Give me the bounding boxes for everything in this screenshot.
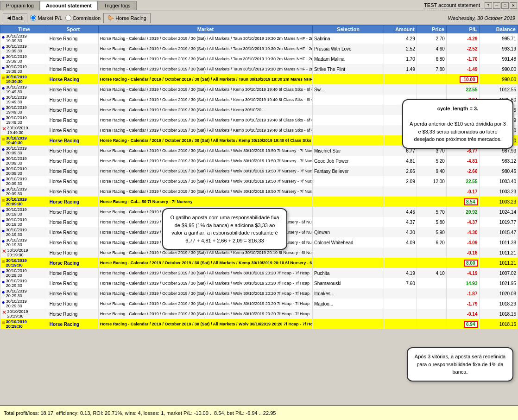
cell-amount [384, 299, 417, 309]
cell-time: ●30/10/201919:49:30 [0, 105, 48, 115]
cell-price: 4.10 [417, 268, 446, 278]
cell-amount: 2.52 [384, 44, 417, 54]
minimize-button[interactable]: ─ [493, 2, 500, 9]
cell-pl: -2.52 [446, 44, 479, 54]
table-row: ●30/10/201920:29:30Horse RacingHorse Rac… [0, 278, 518, 288]
table-row: ●30/10/201920:29:30Horse RacingHorse Rac… [0, 299, 518, 309]
cell-market: Horse Racing - Calendar / 2019 / October… [98, 319, 312, 329]
market-pl-radio[interactable]: Market P/L [30, 15, 62, 21]
market-pl-label: Market P/L [38, 15, 62, 21]
table-row: ●30/10/201920:09:30Horse RacingHorse Rac… [0, 176, 518, 186]
cell-time: ■30/10/201920:19:30 [0, 258, 48, 268]
cell-pl: -4.81 [446, 156, 479, 166]
back-arrow-icon: ◀ [7, 15, 11, 21]
cell-time: ✕30/10/201919:49:30 [0, 125, 48, 135]
help-button[interactable]: ? [485, 2, 492, 9]
table-row: ■30/10/201920:09:30Horse RacingHorse Rac… [0, 197, 518, 207]
cell-price [417, 84, 446, 95]
cell-amount: 4.45 [384, 207, 417, 217]
cell-sport: Horse Racing [48, 146, 98, 156]
cell-amount: 4.29 [384, 33, 417, 44]
cell-amount: 2.09 [384, 176, 417, 186]
cell-market: Horse Racing - Calendar / 2019 / October… [98, 258, 312, 268]
cell-market: Horse Racing - Calendar / 2019 / October… [98, 166, 312, 176]
cell-selection: Madam Malina [313, 54, 384, 64]
cell-time: ●30/10/201919:39:30 [0, 54, 48, 64]
window-controls: ? ─ □ ✕ [484, 1, 518, 10]
cell-market: Horse Racing - Calendar / 2019 / October… [98, 186, 312, 197]
tab-account-statement[interactable]: Account statement [40, 1, 98, 10]
table-row: ●30/10/201919:39:30Horse RacingHorse Rac… [0, 44, 518, 54]
cell-balance: 1015.47 [479, 227, 518, 237]
cell-sport: Horse Racing [48, 278, 98, 288]
table-row: ■30/10/201920:29:30Horse RacingHorse Rac… [0, 319, 518, 329]
commission-label: Commission [73, 15, 101, 21]
commission-radio[interactable]: Commission [65, 15, 101, 21]
header-amount: Amount [384, 25, 417, 33]
cell-balance: 1007.02 [479, 268, 518, 278]
cell-market: Horse Racing - Calendar / 2019 / October… [98, 288, 312, 299]
cell-market: Horse Racing - Calendar / 2019 / October… [98, 115, 312, 125]
cell-balance: 980.45 [479, 166, 518, 176]
cell-amount [384, 84, 417, 95]
cell-time: ●30/10/201919:39:30 [0, 33, 48, 44]
cell-price: 6.80 [417, 54, 446, 64]
cell-time: ■30/10/201920:09:30 [0, 197, 48, 207]
cell-selection: Puchita [313, 268, 384, 278]
market-pl-radio-input[interactable] [30, 15, 36, 21]
cell-amount [384, 74, 417, 84]
cell-time: ■30/10/201919:49:30 [0, 135, 48, 146]
window-title: TEST account statement [424, 2, 484, 8]
cell-price [417, 186, 446, 197]
maximize-button[interactable]: □ [501, 2, 509, 9]
cell-balance: 1024.14 [479, 207, 518, 217]
tab-program-log[interactable]: Program log [0, 1, 40, 10]
cell-time: ●30/10/201920:09:30 [0, 186, 48, 197]
cell-time: ●30/10/201920:29:30 [0, 299, 48, 309]
cell-sport: Horse Racing [48, 299, 98, 309]
cell-time: ✕30/10/201920:29:30 [0, 309, 48, 319]
cell-sport: Horse Racing [48, 288, 98, 299]
cell-sport: Horse Racing [48, 268, 98, 278]
toolbar: ◀ Back Market P/L Commission 🐎 Horse Rac… [0, 11, 518, 25]
cell-selection: Shamarouski [313, 278, 384, 288]
cell-balance: 1003.40 [479, 176, 518, 186]
cell-sport: Horse Racing [48, 197, 98, 207]
cell-time: ●30/10/201920:29:30 [0, 268, 48, 278]
cell-sport: Horse Racing [48, 74, 98, 84]
cell-pl: 22.55 [446, 84, 479, 95]
cell-sport: Horse Racing [48, 248, 98, 258]
cell-selection: Mischief Star [313, 146, 384, 156]
table-row: ●30/10/201920:29:30Horse RacingHorse Rac… [0, 268, 518, 278]
cell-amount [384, 258, 417, 268]
cell-time: ●30/10/201920:19:30 [0, 227, 48, 237]
cell-market: Horse Racing - Calendar / 2019 / October… [98, 64, 312, 74]
tab-trigger-logs[interactable]: Trigger logs [98, 1, 137, 10]
cell-amount [384, 248, 417, 258]
cell-price: 5.70 [417, 207, 446, 217]
cell-pl: -0.14 [446, 309, 479, 319]
table-row: ●30/10/201919:39:30Horse RacingHorse Rac… [0, 64, 518, 74]
cell-balance: 990.00 [479, 64, 518, 74]
cell-price: 2.70 [417, 33, 446, 44]
footer-text: Total profit/loss: 18.17, efficiency: 0.… [4, 410, 276, 416]
header-sport: Sport [48, 25, 98, 33]
cell-time: ●30/10/201920:09:30 [0, 166, 48, 176]
close-button[interactable]: ✕ [510, 2, 517, 9]
title-bar: Program log Account statement Trigger lo… [0, 0, 518, 11]
cell-time: ●30/10/201920:19:30 [0, 217, 48, 227]
horse-racing-button[interactable]: 🐎 Horse Racing [103, 13, 151, 23]
cell-market: Horse Racing - Cal... 50 7f Nursery - 7f… [98, 197, 312, 207]
cell-price [417, 319, 446, 329]
cell-price [417, 258, 446, 268]
cell-balance: 993.19 [479, 44, 518, 54]
header-market: Market [98, 25, 312, 33]
commission-radio-input[interactable] [65, 15, 71, 21]
back-button[interactable]: ◀ Back [3, 13, 27, 23]
cell-sport: Horse Racing [48, 84, 98, 95]
cell-time: ●30/10/201920:29:30 [0, 288, 48, 299]
cell-selection: Colonel Whitehead [313, 237, 384, 248]
cell-market: Horse Racing - Calendar / 2019 / October… [98, 95, 312, 105]
cell-balance: 1019.77 [479, 217, 518, 227]
cell-price [417, 197, 446, 207]
